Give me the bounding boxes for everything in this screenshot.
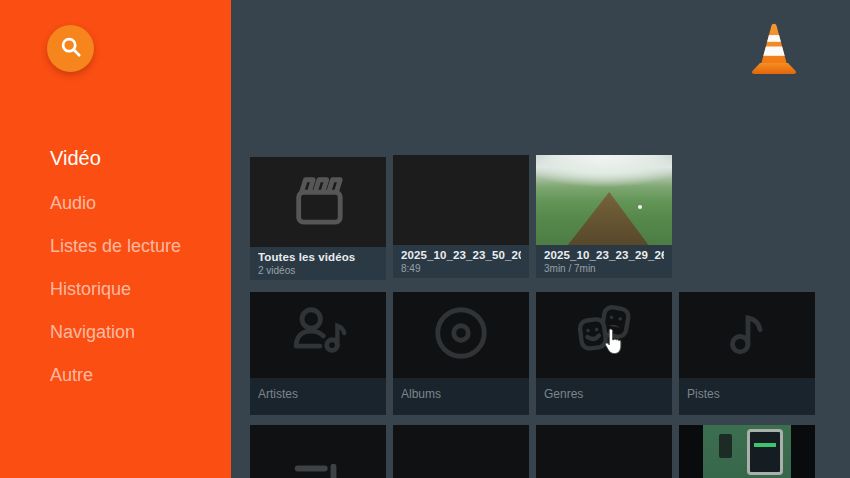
card-tracks[interactable]: Pistes — [679, 292, 815, 415]
card-albums[interactable]: Albums — [393, 292, 529, 415]
search-button[interactable] — [47, 25, 94, 72]
card-caption: 2025_10_23_23_29_26 3min / 7min — [536, 245, 672, 278]
card-empty-2[interactable] — [536, 425, 672, 478]
card-video-history[interactable] — [679, 425, 815, 478]
sidebar-item-playlists[interactable]: Listes de lecture — [50, 236, 181, 257]
card-all-videos[interactable]: Toutes les vidéos 2 vidéos — [250, 157, 386, 280]
card-genres[interactable]: Genres — [536, 292, 672, 415]
card-empty-1[interactable] — [393, 425, 529, 478]
card-title: Genres — [544, 387, 664, 401]
artist-icon — [287, 302, 349, 368]
card-title: Pistes — [687, 387, 807, 401]
card-title: Toutes les vidéos — [258, 251, 378, 263]
card-video-1[interactable]: 2025_10_23_23_50_20 8:49 — [393, 155, 529, 278]
card-caption: Albums — [393, 378, 529, 415]
sidebar-item-video[interactable]: Vidéo — [50, 147, 101, 170]
card-caption: Toutes les vidéos 2 vidéos — [250, 247, 386, 280]
card-title: 2025_10_23_23_50_20 — [401, 249, 521, 261]
card-caption: Artistes — [250, 378, 386, 415]
card-title: Artistes — [258, 387, 378, 401]
card-caption: Genres — [536, 378, 672, 415]
card-subtitle: 8:49 — [401, 263, 521, 274]
card-title: Albums — [401, 387, 521, 401]
card-subtitle: 3min / 7min — [544, 263, 664, 274]
sidebar-item-history[interactable]: Historique — [50, 279, 131, 300]
card-caption: Pistes — [679, 378, 815, 415]
search-icon — [58, 34, 84, 64]
card-video-2[interactable]: 2025_10_23_23_29_26 3min / 7min — [536, 155, 672, 278]
coastal-cliffs-video-thumbnail — [393, 155, 529, 245]
card-artists[interactable]: Artistes — [250, 292, 386, 415]
card-title: 2025_10_23_23_29_26 — [544, 249, 664, 261]
card-playlist[interactable] — [250, 425, 386, 478]
card-caption: 2025_10_23_23_50_20 8:49 — [393, 245, 529, 278]
paragliding-field-video-thumbnail — [536, 155, 672, 245]
sidebar: Vidéo Audio Listes de lecture Historique… — [0, 0, 231, 478]
sidebar-item-other[interactable]: Autre — [50, 365, 93, 386]
disc-icon — [430, 302, 492, 368]
vlc-tv-screen: Vidéo Audio Listes de lecture Historique… — [0, 0, 850, 478]
sidebar-item-audio[interactable]: Audio — [50, 193, 96, 214]
clapperboard-icon — [287, 172, 349, 232]
card-subtitle: 2 vidéos — [258, 265, 378, 276]
playlist-icon — [287, 452, 349, 478]
vlc-cone-icon — [747, 19, 801, 79]
theater-masks-icon — [573, 302, 635, 368]
music-note-icon — [716, 302, 778, 368]
sidebar-item-browsing[interactable]: Navigation — [50, 322, 135, 343]
green-scene-video-thumbnail — [679, 425, 815, 478]
